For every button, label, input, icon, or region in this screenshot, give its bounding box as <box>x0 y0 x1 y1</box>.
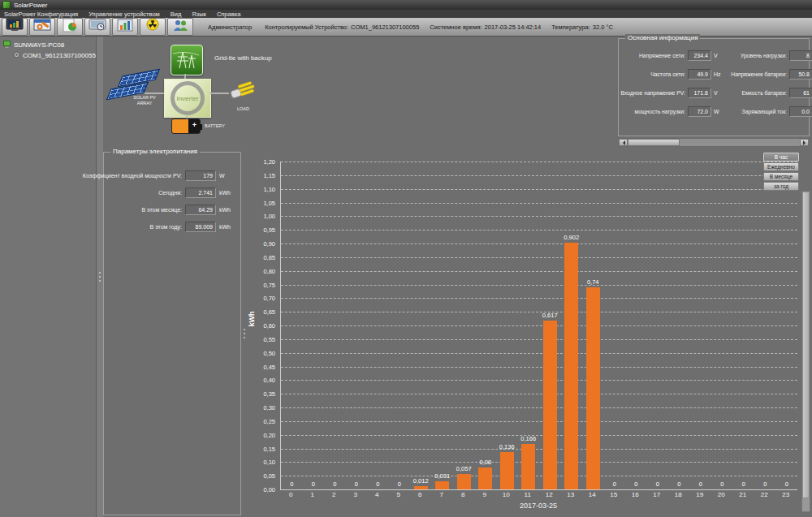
power-field-unit: kWh <box>219 207 237 213</box>
bar-value-label: 0,617 <box>533 312 568 319</box>
bar-value-label: 0,74 <box>576 278 611 286</box>
x-tick-label: 23 <box>775 491 797 498</box>
chart-period-button-2[interactable]: В месяце <box>763 172 799 181</box>
power-field-label: В этом месяце: <box>106 207 182 213</box>
screen-settings-button[interactable] <box>84 18 110 36</box>
gridline <box>281 257 797 258</box>
wire-solar-inverter <box>145 93 164 94</box>
status-value: 2017-03-25 14:42:14 <box>485 24 542 31</box>
menu-item-0[interactable]: SolarPower Конфигурация <box>4 11 78 18</box>
menu-item-2[interactable]: Вид <box>171 11 182 18</box>
power-field-label: Сегодня: <box>106 190 182 196</box>
gridline <box>281 407 797 408</box>
screen-settings-icon <box>88 18 107 36</box>
info-field-label: Емкость батареи: <box>724 90 787 96</box>
tree-item-label: SUNWAYS-PC08 <box>14 41 64 49</box>
battery-plus-sign: + <box>192 121 197 129</box>
menu-item-4[interactable]: Справка <box>217 11 240 18</box>
gridline <box>281 476 797 476</box>
tree-item-device[interactable]: COM1_96121307100055 <box>0 50 96 61</box>
chart-period-button-1[interactable]: Ежедневно <box>763 162 799 171</box>
gridline <box>281 339 797 340</box>
x-axis-date-label: 2017-03-25 <box>280 502 797 510</box>
info-field-value: 72.0 <box>688 106 711 117</box>
status-value: COM1_96121307100055 <box>351 24 419 31</box>
gridline <box>281 189 797 190</box>
power-params-title: Параметры электропитания <box>110 148 200 155</box>
y-axis-labels: 0,000,050,100,150,200,250,300,350,400,45… <box>244 162 277 489</box>
info-horizontal-scrollbar[interactable] <box>618 138 810 147</box>
power-field-unit: kWh <box>219 224 237 230</box>
scroll-track[interactable] <box>628 139 800 146</box>
info-field-value: 61 <box>789 88 812 98</box>
window-title: SolarPower <box>14 2 47 9</box>
chart-panel: kWh 0,000,050,100,150,200,250,300,350,40… <box>244 149 812 517</box>
menu-item-1[interactable]: Управление устройством <box>89 11 160 18</box>
tree-item-computer[interactable]: SUNWAYS-PC08 <box>0 40 96 50</box>
info-field-value: 8 <box>789 50 812 61</box>
x-tick-label: 10 <box>495 491 517 498</box>
device-tree: SUNWAYS-PC08 COM1_96121307100055 <box>0 37 97 517</box>
monitoring-button[interactable] <box>2 18 28 36</box>
chart-bar <box>435 481 449 489</box>
chart-bar <box>478 467 492 489</box>
computer-icon <box>3 41 11 50</box>
menu-item-3[interactable]: Язык <box>192 11 206 18</box>
menu-bar: SolarPower КонфигурацияУправление устрой… <box>0 10 812 18</box>
y-tick-label: 0,40 <box>263 377 275 384</box>
x-tick-label: 16 <box>624 491 646 498</box>
report-button[interactable] <box>57 18 83 36</box>
y-tick-label: 0,65 <box>263 308 275 316</box>
device-config-icon <box>32 18 52 36</box>
scroll-thumb[interactable] <box>628 139 680 146</box>
report-icon <box>60 18 80 36</box>
y-tick-label: 1,20 <box>263 158 275 166</box>
scroll-left-arrow[interactable] <box>619 139 628 146</box>
x-tick-label: 8 <box>452 491 474 498</box>
info-field-label: Заряжающий ток: <box>724 109 787 114</box>
inverter-box: Inverter <box>164 79 211 118</box>
info-field-unit: V <box>714 53 722 58</box>
x-tick-label: 4 <box>366 491 388 498</box>
y-tick-label: 0,15 <box>263 446 275 453</box>
grid-utility-icon <box>171 45 203 75</box>
info-field-label: Входное напряжение PV: <box>619 90 685 96</box>
users-button[interactable] <box>167 18 193 36</box>
device-config-button[interactable] <box>29 18 55 36</box>
x-tick-label: 12 <box>538 491 560 498</box>
statistics-button[interactable] <box>112 18 138 36</box>
gridline <box>281 367 797 368</box>
title-bar: SolarPower <box>0 0 812 10</box>
chart-plot: 0000000,0120,0310,0570,080,1360,1660,617… <box>280 162 797 490</box>
bar-value-label: 0 <box>770 480 805 488</box>
chart-bar <box>500 452 514 489</box>
load-label: LOAD <box>237 106 249 112</box>
users-icon <box>171 18 190 36</box>
x-tick-label: 9 <box>474 491 496 498</box>
chart-period-button-3[interactable]: за год <box>763 182 799 191</box>
info-field-value: 50.8 <box>789 69 812 80</box>
y-tick-label: 0,70 <box>263 295 275 302</box>
bar-value-label: 0,902 <box>555 234 590 241</box>
power-field-unit: kWh <box>219 190 237 196</box>
y-tick-label: 0,05 <box>263 472 275 480</box>
bar-value-label: 0,031 <box>425 472 460 480</box>
info-field-label: Напряжение сети: <box>619 53 685 58</box>
x-tick-label: 21 <box>732 491 754 498</box>
x-tick-label: 15 <box>603 491 625 498</box>
load-bulb-icon <box>229 77 263 110</box>
gridline <box>281 162 797 162</box>
y-tick-label: 0,45 <box>263 364 275 371</box>
inverter-label: Inverter <box>176 95 198 102</box>
info-field-value: 0.0 <box>789 106 812 117</box>
scroll-right-arrow[interactable] <box>800 139 809 146</box>
gridline <box>281 298 797 299</box>
x-tick-label: 22 <box>754 491 775 498</box>
chart-period-button-0[interactable]: В час <box>763 153 799 162</box>
y-tick-label: 0,35 <box>263 390 275 398</box>
chart-vertical-scrollbar[interactable] <box>801 191 810 512</box>
alarm-button[interactable] <box>140 18 166 36</box>
info-field-label: мощность нагрузки: <box>619 109 685 114</box>
y-tick-label: 0,10 <box>263 459 275 466</box>
scroll-thumb[interactable] <box>802 192 810 498</box>
